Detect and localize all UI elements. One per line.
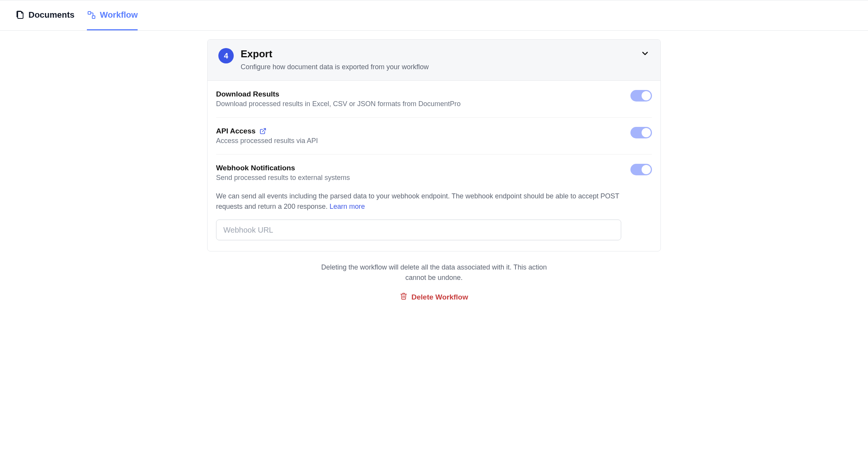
delete-workflow-button[interactable]: Delete Workflow [400, 292, 468, 302]
step-badge: 4 [218, 48, 234, 63]
download-toggle[interactable] [630, 90, 652, 102]
option-api-desc: Access processed results via API [216, 137, 621, 145]
learn-more-link[interactable]: Learn more [329, 203, 365, 210]
export-panel-header[interactable]: 4 Export Configure how document data is … [208, 40, 660, 81]
step-number: 4 [224, 52, 228, 60]
export-panel: 4 Export Configure how document data is … [207, 39, 661, 251]
delete-section: Deleting the workflow will delete all th… [207, 262, 661, 302]
tab-documents[interactable]: Documents [15, 0, 75, 30]
chevron-down-icon[interactable] [640, 49, 650, 60]
api-toggle[interactable] [630, 127, 652, 138]
panel-body: Download Results Download processed resu… [208, 81, 660, 251]
tab-workflow[interactable]: Workflow [87, 0, 138, 30]
webhook-toggle[interactable] [630, 164, 652, 175]
webhook-help-text: We can send all events including the par… [216, 191, 621, 212]
option-api-title: API Access [216, 127, 256, 135]
tab-workflow-label: Workflow [100, 10, 138, 20]
delete-warning: Deleting the workflow will delete all th… [311, 262, 557, 283]
webhook-url-input[interactable] [216, 220, 621, 240]
option-webhook: Webhook Notifications Send processed res… [216, 155, 652, 251]
option-download-desc: Download processed results in Excel, CSV… [216, 100, 621, 108]
tab-documents-label: Documents [28, 10, 75, 20]
option-download: Download Results Download processed resu… [216, 81, 652, 118]
svg-rect-1 [92, 16, 95, 18]
content-area: 4 Export Configure how document data is … [207, 39, 661, 317]
tabs-nav: Documents Workflow [0, 0, 868, 31]
svg-line-2 [262, 128, 265, 131]
option-download-title: Download Results [216, 90, 621, 98]
external-link-icon[interactable] [259, 128, 266, 135]
option-api: API Access Access processed results via … [216, 118, 652, 155]
panel-title: Export [241, 48, 634, 60]
workflow-icon [87, 10, 96, 20]
svg-rect-0 [88, 12, 91, 14]
delete-workflow-label: Delete Workflow [411, 293, 468, 301]
panel-subtitle: Configure how document data is exported … [241, 63, 634, 71]
option-webhook-desc: Send processed results to external syste… [216, 174, 621, 182]
documents-icon [15, 10, 25, 20]
option-webhook-title: Webhook Notifications [216, 164, 621, 172]
trash-icon [400, 292, 407, 302]
